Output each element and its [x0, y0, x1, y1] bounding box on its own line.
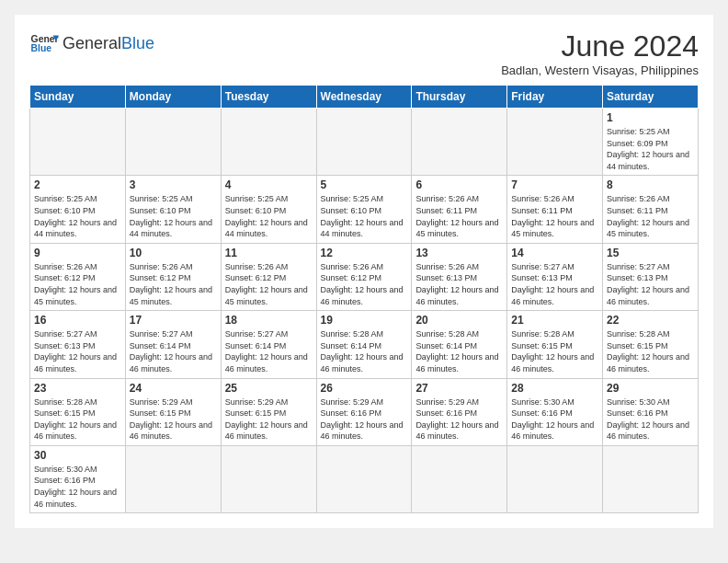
- svg-text:Blue: Blue: [31, 43, 52, 53]
- day-cell: 23Sunrise: 5:28 AM Sunset: 6:15 PM Dayli…: [30, 378, 126, 445]
- header-cell-wednesday: Wednesday: [316, 86, 412, 109]
- day-info: Sunrise: 5:30 AM Sunset: 6:16 PM Dayligh…: [511, 396, 598, 442]
- day-cell: [603, 445, 699, 512]
- header-cell-tuesday: Tuesday: [221, 86, 316, 109]
- day-number: 29: [607, 382, 694, 395]
- day-cell: 10Sunrise: 5:26 AM Sunset: 6:12 PM Dayli…: [125, 243, 221, 310]
- day-cell: 16Sunrise: 5:27 AM Sunset: 6:13 PM Dayli…: [30, 311, 126, 378]
- day-cell: 7Sunrise: 5:26 AM Sunset: 6:11 PM Daylig…: [507, 176, 603, 243]
- day-cell: 3Sunrise: 5:25 AM Sunset: 6:10 PM Daylig…: [125, 176, 221, 243]
- day-number: 21: [511, 314, 598, 327]
- week-row-4: 23Sunrise: 5:28 AM Sunset: 6:15 PM Dayli…: [30, 378, 699, 445]
- day-cell: [507, 109, 603, 176]
- day-cell: 17Sunrise: 5:27 AM Sunset: 6:14 PM Dayli…: [125, 311, 221, 378]
- day-info: Sunrise: 5:29 AM Sunset: 6:15 PM Dayligh…: [225, 396, 313, 442]
- day-info: Sunrise: 5:28 AM Sunset: 6:14 PM Dayligh…: [415, 328, 503, 374]
- logo-icon: General Blue: [29, 29, 59, 59]
- day-cell: [316, 445, 412, 512]
- day-number: 9: [34, 247, 121, 259]
- day-number: 10: [130, 247, 217, 259]
- day-number: 30: [34, 449, 121, 462]
- day-cell: 15Sunrise: 5:27 AM Sunset: 6:13 PM Dayli…: [603, 243, 699, 310]
- day-cell: 8Sunrise: 5:26 AM Sunset: 6:11 PM Daylig…: [603, 176, 699, 243]
- logo-text: GeneralBlue: [63, 35, 154, 53]
- day-info: Sunrise: 5:26 AM Sunset: 6:13 PM Dayligh…: [415, 261, 503, 307]
- day-number: 4: [225, 178, 313, 191]
- day-cell: 25Sunrise: 5:29 AM Sunset: 6:15 PM Dayli…: [221, 378, 316, 445]
- header-cell-sunday: Sunday: [30, 86, 126, 109]
- day-cell: 4Sunrise: 5:25 AM Sunset: 6:10 PM Daylig…: [221, 176, 316, 243]
- day-cell: 9Sunrise: 5:26 AM Sunset: 6:12 PM Daylig…: [30, 243, 126, 310]
- day-cell: 13Sunrise: 5:26 AM Sunset: 6:13 PM Dayli…: [412, 243, 507, 310]
- calendar-table: SundayMondayTuesdayWednesdayThursdayFrid…: [29, 85, 699, 513]
- day-number: 24: [130, 382, 217, 395]
- day-cell: 19Sunrise: 5:28 AM Sunset: 6:14 PM Dayli…: [316, 311, 412, 378]
- header: General Blue GeneralBlue June 2024 Badla…: [29, 29, 699, 77]
- week-row-2: 9Sunrise: 5:26 AM Sunset: 6:12 PM Daylig…: [30, 243, 699, 310]
- calendar-body: 1Sunrise: 5:25 AM Sunset: 6:09 PM Daylig…: [30, 109, 699, 513]
- day-number: 26: [321, 382, 408, 395]
- day-cell: [221, 109, 316, 176]
- header-cell-friday: Friday: [507, 86, 603, 109]
- day-cell: [412, 109, 507, 176]
- day-number: 7: [511, 178, 598, 191]
- day-cell: 14Sunrise: 5:27 AM Sunset: 6:13 PM Dayli…: [507, 243, 603, 310]
- day-info: Sunrise: 5:27 AM Sunset: 6:14 PM Dayligh…: [225, 328, 313, 374]
- day-number: 12: [321, 247, 408, 259]
- day-info: Sunrise: 5:26 AM Sunset: 6:12 PM Dayligh…: [321, 261, 408, 307]
- day-cell: 5Sunrise: 5:25 AM Sunset: 6:10 PM Daylig…: [316, 176, 412, 243]
- week-row-5: 30Sunrise: 5:30 AM Sunset: 6:16 PM Dayli…: [30, 445, 699, 512]
- day-cell: 20Sunrise: 5:28 AM Sunset: 6:14 PM Dayli…: [412, 311, 507, 378]
- day-number: 15: [607, 247, 694, 259]
- day-cell: 11Sunrise: 5:26 AM Sunset: 6:12 PM Dayli…: [221, 243, 316, 310]
- day-number: 23: [34, 382, 121, 395]
- logo: General Blue GeneralBlue: [29, 29, 154, 59]
- day-cell: 2Sunrise: 5:25 AM Sunset: 6:10 PM Daylig…: [30, 176, 126, 243]
- day-info: Sunrise: 5:26 AM Sunset: 6:11 PM Dayligh…: [415, 193, 503, 239]
- day-cell: 6Sunrise: 5:26 AM Sunset: 6:11 PM Daylig…: [412, 176, 507, 243]
- day-number: 18: [225, 314, 313, 327]
- day-info: Sunrise: 5:27 AM Sunset: 6:13 PM Dayligh…: [34, 328, 121, 374]
- day-info: Sunrise: 5:30 AM Sunset: 6:16 PM Dayligh…: [607, 396, 694, 442]
- calendar-page: General Blue GeneralBlue June 2024 Badla…: [15, 15, 713, 528]
- day-info: Sunrise: 5:25 AM Sunset: 6:09 PM Dayligh…: [607, 126, 694, 172]
- day-number: 3: [130, 178, 217, 191]
- day-cell: [221, 445, 316, 512]
- day-cell: 21Sunrise: 5:28 AM Sunset: 6:15 PM Dayli…: [507, 311, 603, 378]
- day-number: 5: [321, 178, 408, 191]
- day-number: 1: [607, 111, 694, 124]
- day-info: Sunrise: 5:29 AM Sunset: 6:16 PM Dayligh…: [321, 396, 408, 442]
- day-cell: [316, 109, 412, 176]
- day-cell: 24Sunrise: 5:29 AM Sunset: 6:15 PM Dayli…: [125, 378, 221, 445]
- day-cell: 22Sunrise: 5:28 AM Sunset: 6:15 PM Dayli…: [603, 311, 699, 378]
- day-number: 2: [34, 178, 121, 191]
- day-info: Sunrise: 5:28 AM Sunset: 6:15 PM Dayligh…: [607, 328, 694, 374]
- header-row: SundayMondayTuesdayWednesdayThursdayFrid…: [30, 86, 699, 109]
- day-number: 20: [415, 314, 503, 327]
- day-cell: [125, 109, 221, 176]
- day-number: 13: [415, 247, 503, 259]
- day-cell: [507, 445, 603, 512]
- day-cell: [30, 109, 126, 176]
- day-info: Sunrise: 5:28 AM Sunset: 6:15 PM Dayligh…: [511, 328, 598, 374]
- header-cell-thursday: Thursday: [412, 86, 507, 109]
- day-cell: 28Sunrise: 5:30 AM Sunset: 6:16 PM Dayli…: [507, 378, 603, 445]
- day-info: Sunrise: 5:28 AM Sunset: 6:14 PM Dayligh…: [321, 328, 408, 374]
- day-cell: 18Sunrise: 5:27 AM Sunset: 6:14 PM Dayli…: [221, 311, 316, 378]
- day-number: 14: [511, 247, 598, 259]
- day-info: Sunrise: 5:25 AM Sunset: 6:10 PM Dayligh…: [225, 193, 313, 239]
- day-info: Sunrise: 5:27 AM Sunset: 6:14 PM Dayligh…: [130, 328, 217, 374]
- day-cell: 26Sunrise: 5:29 AM Sunset: 6:16 PM Dayli…: [316, 378, 412, 445]
- day-info: Sunrise: 5:26 AM Sunset: 6:12 PM Dayligh…: [34, 261, 121, 307]
- day-info: Sunrise: 5:27 AM Sunset: 6:13 PM Dayligh…: [607, 261, 694, 307]
- day-info: Sunrise: 5:25 AM Sunset: 6:10 PM Dayligh…: [130, 193, 217, 239]
- day-cell: 27Sunrise: 5:29 AM Sunset: 6:16 PM Dayli…: [412, 378, 507, 445]
- title-block: June 2024 Badlan, Western Visayas, Phili…: [501, 29, 699, 77]
- day-info: Sunrise: 5:29 AM Sunset: 6:16 PM Dayligh…: [415, 396, 503, 442]
- day-number: 28: [511, 382, 598, 395]
- day-number: 22: [607, 314, 694, 327]
- day-number: 27: [415, 382, 503, 395]
- week-row-1: 2Sunrise: 5:25 AM Sunset: 6:10 PM Daylig…: [30, 176, 699, 243]
- day-info: Sunrise: 5:26 AM Sunset: 6:12 PM Dayligh…: [225, 261, 313, 307]
- day-info: Sunrise: 5:25 AM Sunset: 6:10 PM Dayligh…: [34, 193, 121, 239]
